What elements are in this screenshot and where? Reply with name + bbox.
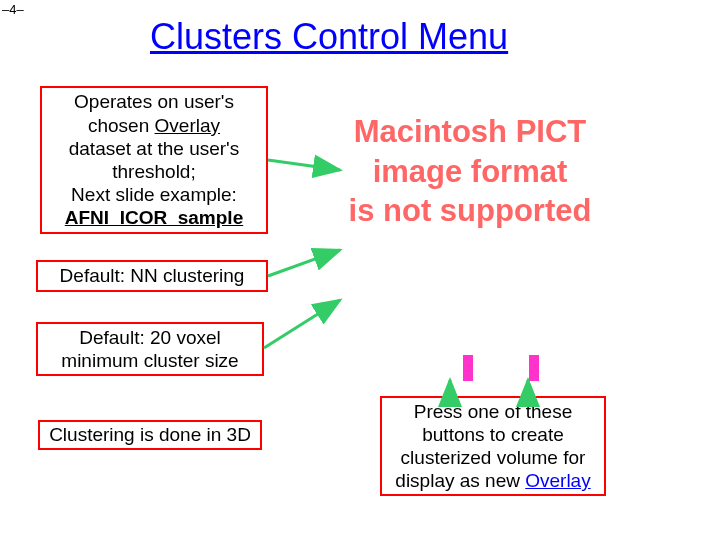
- text-line: chosen Overlay: [48, 114, 260, 137]
- slide: –4– Clusters Control Menu Operates on us…: [0, 0, 720, 540]
- slide-title: Clusters Control Menu: [150, 16, 508, 58]
- text-line: image format: [320, 152, 620, 192]
- overlay-link: Overlay: [155, 115, 220, 136]
- arrow-icon: [268, 250, 340, 276]
- text-line: Default: 20 voxel: [44, 326, 256, 349]
- mark-icon: [529, 355, 539, 381]
- callout-overlay-dataset: Operates on user's chosen Overlay datase…: [40, 86, 268, 234]
- slide-number: –4–: [2, 2, 24, 17]
- text-line: Next slide example:: [48, 183, 260, 206]
- callout-nn-clustering: Default: NN clustering: [36, 260, 268, 292]
- text-line: dataset at the user's: [48, 137, 260, 160]
- callout-voxel-min: Default: 20 voxel minimum cluster size: [36, 322, 264, 376]
- text-line: Default: NN clustering: [44, 264, 260, 287]
- text-line: Press one of these: [388, 400, 598, 423]
- mark-icon: [463, 355, 473, 381]
- callout-press-buttons: Press one of these buttons to create clu…: [380, 396, 606, 496]
- text-span: chosen: [88, 115, 155, 136]
- sample-name: AFNI_ICOR_sample: [48, 206, 260, 229]
- text-line: Operates on user's: [48, 90, 260, 113]
- text-line: minimum cluster size: [44, 349, 256, 372]
- text-line: threshold;: [48, 160, 260, 183]
- pointer-marks: [435, 355, 567, 385]
- text-span: display as new: [395, 470, 525, 491]
- overlay-link: Overlay: [525, 470, 590, 491]
- callout-3d: Clustering is done in 3D: [38, 420, 262, 450]
- text-line: Macintosh PICT: [320, 112, 620, 152]
- text-line: display as new Overlay: [388, 469, 598, 492]
- arrow-icon: [264, 300, 340, 348]
- text-line: clusterized volume for: [388, 446, 598, 469]
- text-line: Clustering is done in 3D: [46, 423, 254, 446]
- text-line: buttons to create: [388, 423, 598, 446]
- missing-pict-placeholder: Macintosh PICT image format is not suppo…: [320, 112, 620, 231]
- text-line: is not supported: [320, 191, 620, 231]
